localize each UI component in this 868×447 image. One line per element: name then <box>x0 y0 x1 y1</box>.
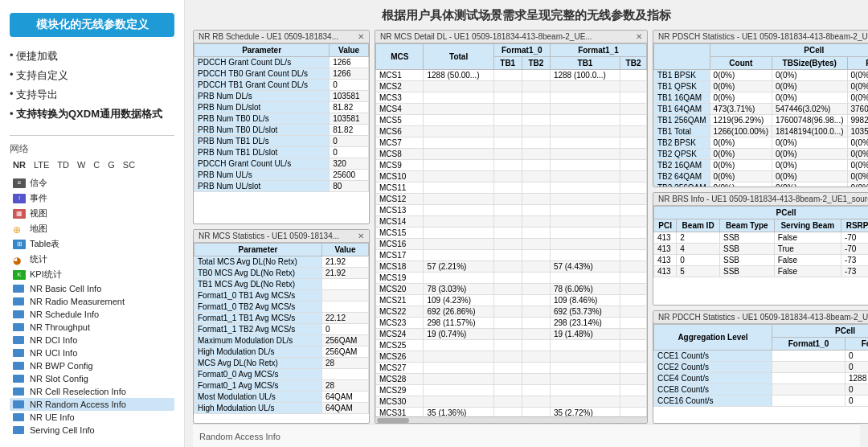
network-tab-g[interactable]: G <box>104 159 118 170</box>
f0tb1-cell <box>493 318 522 329</box>
rb-schedule-table: Parameter Value PDCCH Grant Count DL/s12… <box>194 43 369 192</box>
count-cell: 0(0%) <box>710 149 772 160</box>
col-mid: NR MCS Detail DL - UE1 0509-181834-413-8… <box>375 30 648 424</box>
random-access-info-label: Random Access Info <box>199 432 280 441</box>
mcs-cell: MCS8 <box>376 149 424 160</box>
total-cell: 19 (0.74%) <box>424 329 493 340</box>
f1tb1-cell: 109 (8.46%) <box>550 295 620 306</box>
col-param-header2: Parameter <box>194 244 322 256</box>
f0tb1-cell <box>493 239 522 250</box>
f1tb2-cell <box>620 104 647 115</box>
f0tb2-cell <box>522 340 550 351</box>
f0tb1-cell <box>493 250 522 261</box>
tbsize-cell: 18148194(100.0...) <box>772 126 847 137</box>
mcs-detail-title-text: NR MCS Detail DL - UE1 0509-181834-413-8… <box>380 32 592 41</box>
pdsch-stats-content[interactable]: PCell Count TBSize(Bytes) RBNums TB1 BPS… <box>653 43 868 187</box>
network-label: 网络 <box>10 142 174 156</box>
mcs-detail-content[interactable]: MCS Total Format1_0 Format1_1 TB1 TB2 TB… <box>375 43 647 416</box>
f1tb2-cell <box>620 126 647 137</box>
mcs-cell: MCS28 <box>376 374 424 385</box>
rb-schedule-content[interactable]: Parameter Value PDCCH Grant Count DL/s12… <box>194 43 369 224</box>
table-row: CCE4 Count/s1288 <box>654 373 869 384</box>
rbnums-cell: 0(0%) <box>847 149 868 160</box>
total-cell <box>424 92 493 104</box>
nav-item-统计[interactable]: ◕统计 <box>10 252 174 267</box>
table-row: MCS5 <box>376 115 647 126</box>
nav-item-nr-schedule-info[interactable]: NR Schedule Info <box>10 308 174 321</box>
f1tb2-cell <box>620 329 647 340</box>
f0tb2-cell <box>522 396 550 408</box>
nav-item-table表[interactable]: ⊞Table表 <box>10 236 174 252</box>
f1tb2-cell <box>620 351 647 363</box>
table-row: PDCCH TB0 Grant Count DL/s1266 <box>194 68 369 80</box>
pdcch-stats-content[interactable]: Aggregation Level PCell Format1_0 Format… <box>653 324 868 423</box>
table-row: PRB Num TB0 DL/slot81.82 <box>194 125 369 136</box>
f0tb2-cell <box>522 149 550 160</box>
f1tb1-cell: 57 (4.43%) <box>550 261 620 273</box>
mcs-stats-close[interactable]: ✕ <box>358 232 364 240</box>
label-cell: TB1 16QAM <box>654 92 710 104</box>
table-row: TB1 Total1266(100.00%)18148194(100.0...)… <box>654 126 869 137</box>
value-cell: 81.82 <box>330 125 369 136</box>
nav-item-nr-slot-config[interactable]: NR Slot Config <box>10 372 174 385</box>
value-cell: 81.82 <box>330 102 369 113</box>
table-row: MCS11 <box>376 182 647 194</box>
nav-item-nr-dci-info[interactable]: NR DCI Info <box>10 334 174 347</box>
stat-icon: ◕ <box>13 255 26 265</box>
nav-item-kpi统计[interactable]: KKPI统计 <box>10 267 174 282</box>
network-tab-w[interactable]: W <box>74 159 88 170</box>
network-tab-td[interactable]: TD <box>54 159 72 170</box>
f0tb2-cell <box>522 295 550 306</box>
nav-item-nr-throughput[interactable]: NR Throughput <box>10 321 174 334</box>
f1tb2-cell <box>620 250 647 261</box>
f1tb1-cell: 298 (23.14%) <box>550 318 620 329</box>
network-tab-nr[interactable]: NR <box>10 159 29 170</box>
rb-schedule-close[interactable]: ✕ <box>358 32 364 41</box>
tbsize-cell: 0(0%) <box>772 70 847 81</box>
nav-item-nr-ue-info[interactable]: NR UE Info <box>10 411 174 424</box>
table-row: Most Modulation UL/s64QAM <box>194 392 369 403</box>
nav-item-nr-basic-cell-info[interactable]: NR Basic Cell Info <box>10 282 174 295</box>
mcs-stats-content[interactable]: Parameter Value Total MCS Avg DL(No Retx… <box>194 243 369 423</box>
nav-item-地图[interactable]: ⊕地图 <box>10 221 174 236</box>
nav-item-nr-cell-reselection-info[interactable]: NR Cell Reselection Info <box>10 385 174 398</box>
f0tb2-cell <box>522 137 550 149</box>
nav-item-事件[interactable]: !事件 <box>10 191 174 206</box>
brs-info-content[interactable]: PCell PCI Beam ID Beam Type Serving Beam… <box>653 206 868 305</box>
total-cell: 298 (11.57%) <box>424 318 493 329</box>
nav-item-serving-cell-info[interactable]: Serving Cell Info <box>10 424 174 437</box>
f0tb1-cell <box>493 194 522 205</box>
table-row: MCS16 <box>376 239 647 250</box>
f0tb2-cell <box>522 160 550 171</box>
nav-item-nr-random-access-info[interactable]: NR Random Access Info <box>10 398 174 411</box>
network-tab-c[interactable]: C <box>90 159 103 170</box>
nav-item-视图[interactable]: ▦视图 <box>10 206 174 221</box>
table-row: MCS Avg DL(No Retx)28 <box>194 358 369 369</box>
mcs-cell: MCS1 <box>376 70 424 81</box>
table-row: PRB Num DL/s103581 <box>194 91 369 102</box>
mcs-detail-scrollbar[interactable] <box>375 416 647 423</box>
mcs-detail-close[interactable]: ✕ <box>636 32 642 41</box>
f0tb1-cell <box>493 396 522 408</box>
nav-item-信令[interactable]: ≡信令 <box>10 175 174 191</box>
f1tb2-cell <box>620 408 647 417</box>
nav-item-nr-bwp-config[interactable]: NR BWP Config <box>10 359 174 372</box>
col-value-header: Value <box>330 44 369 57</box>
info-icon <box>13 297 26 306</box>
value-cell <box>321 290 368 301</box>
count-cell: 0(0%) <box>710 137 772 149</box>
table-row: MCS8 <box>376 149 647 160</box>
map-icon: ⊕ <box>13 224 26 234</box>
total-cell <box>424 149 493 160</box>
network-tab-sc[interactable]: SC <box>120 159 138 170</box>
table-row: MCS21109 (4.23%)109 (8.46%) <box>376 295 647 306</box>
network-tab-lte[interactable]: LTE <box>31 159 52 170</box>
beamtype-cell: SSB <box>720 255 775 266</box>
serving-cell: True <box>774 244 841 255</box>
nav-item-nr-radio-measurement[interactable]: NR Radio Measurement <box>10 295 174 308</box>
nav-item-nr-uci-info[interactable]: NR UCI Info <box>10 347 174 359</box>
total-cell <box>424 205 493 216</box>
network-tabs[interactable]: NRLTETDWCGSC <box>10 159 174 170</box>
table-row: PRB Num TB0 DL/s103581 <box>194 113 369 125</box>
table-row: PDCCH Grant Count UL/s320 <box>194 158 369 170</box>
